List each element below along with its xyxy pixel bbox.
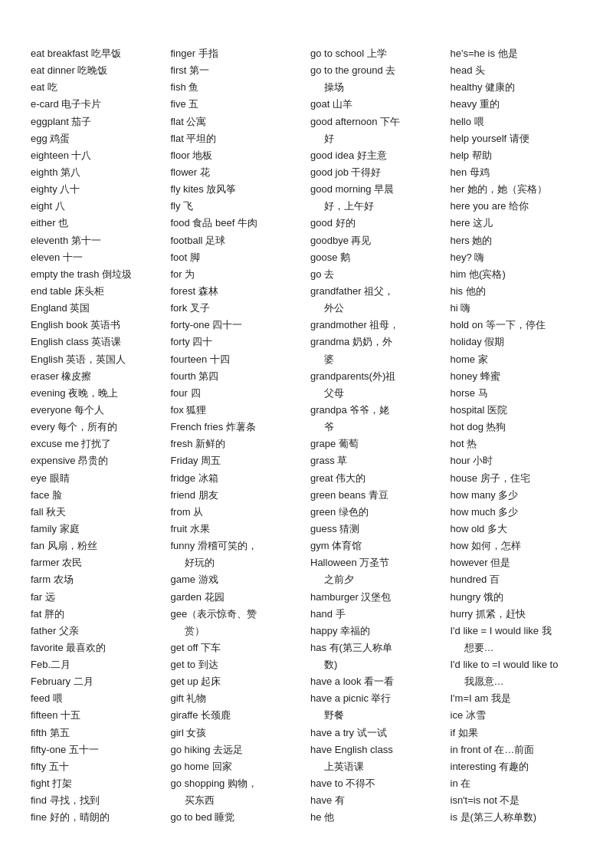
list-item: have English class xyxy=(310,742,443,758)
list-item: fight 打架 xyxy=(31,776,163,791)
list-item: Halloween 万圣节 xyxy=(310,555,443,570)
list-item: have a try 试一试 xyxy=(310,725,443,741)
list-item: finger 手指 xyxy=(171,46,303,61)
list-item: 操场 xyxy=(310,80,443,95)
list-item: 外公 xyxy=(310,301,443,316)
list-item: Friday 周五 xyxy=(171,453,303,469)
list-item: forty 四十 xyxy=(171,334,303,350)
list-item: eleventh 第十一 xyxy=(31,233,163,248)
list-item: grass 草 xyxy=(310,453,443,469)
list-item: hers 她的 xyxy=(451,233,583,248)
list-item: go 去 xyxy=(310,267,443,282)
list-item: French fries 炸薯条 xyxy=(171,419,303,435)
list-item: if 如果 xyxy=(451,725,583,741)
list-item: grandfather 祖父， xyxy=(310,284,443,299)
list-item: friend 朋友 xyxy=(171,488,303,503)
list-item: 好玩的 xyxy=(171,555,303,570)
list-item: fox 狐狸 xyxy=(171,403,303,418)
list-item: I'm=I am 我是 xyxy=(451,691,583,706)
list-item: isn't=is not 不是 xyxy=(451,793,583,808)
list-item: expensive 昂贵的 xyxy=(31,453,163,469)
list-item: flower 花 xyxy=(171,165,303,180)
list-item: head 头 xyxy=(451,63,583,78)
col1: eat breakfast 吃早饭eat dinner 吃晚饭eat 吃e-ca… xyxy=(31,46,163,825)
list-item: great 伟大的 xyxy=(310,471,443,486)
list-item: good job 干得好 xyxy=(310,165,443,180)
list-item: football 足球 xyxy=(171,233,303,248)
list-item: England 英国 xyxy=(31,301,163,316)
list-item: healthy 健康的 xyxy=(451,80,583,95)
list-item: how 如何，怎样 xyxy=(451,538,583,554)
list-item: floor 地板 xyxy=(171,148,303,163)
list-item: grape 葡萄 xyxy=(310,436,443,452)
list-item: eat dinner 吃晚饭 xyxy=(31,63,163,78)
list-item: here you are 给你 xyxy=(451,199,583,214)
list-item: Feb.二月 xyxy=(31,657,163,672)
list-item: go to bed 睡觉 xyxy=(171,810,303,825)
list-item: hand 手 xyxy=(310,607,443,622)
list-item: February 二月 xyxy=(31,674,163,689)
list-item: go to the ground 去 xyxy=(310,63,443,78)
list-item: happy 幸福的 xyxy=(310,623,443,639)
list-item: favorite 最喜欢的 xyxy=(31,640,163,656)
list-item: fifty-one 五十一 xyxy=(31,742,163,758)
list-item: hi 嗨 xyxy=(451,301,583,316)
list-item: e-card 电子卡片 xyxy=(31,97,163,112)
list-item: fresh 新鲜的 xyxy=(171,436,303,452)
list-item: grandparents(外)祖 xyxy=(310,369,443,384)
list-item: go to school 上学 xyxy=(310,46,443,61)
list-item: heavy 重的 xyxy=(451,97,583,112)
list-item: here 这儿 xyxy=(451,215,583,231)
list-item: egg 鸡蛋 xyxy=(31,131,163,146)
list-item: have a picnic 举行 xyxy=(310,691,443,706)
list-item: from 从 xyxy=(171,505,303,520)
list-item: get off 下车 xyxy=(171,640,303,656)
list-item: go hiking 去远足 xyxy=(171,742,303,758)
list-item: eggplant 茄子 xyxy=(31,114,163,130)
list-item: fan 风扇，粉丝 xyxy=(31,538,163,554)
list-item: 野餐 xyxy=(310,708,443,723)
list-item: how many 多少 xyxy=(451,488,583,503)
list-item: 婆 xyxy=(310,352,443,367)
list-item: fat 胖的 xyxy=(31,607,163,622)
list-item: I'd like to =I would like to xyxy=(451,657,583,672)
list-item: eraser 橡皮擦 xyxy=(31,369,163,384)
list-item: eighty 八十 xyxy=(31,182,163,197)
list-item: English 英语，英国人 xyxy=(31,352,163,367)
list-item: how old 多大 xyxy=(451,521,583,537)
list-item: grandpa 爷爷，姥 xyxy=(310,403,443,418)
list-item: him 他(宾格) xyxy=(451,267,583,282)
list-item: how much 多少 xyxy=(451,505,583,520)
list-item: gym 体育馆 xyxy=(310,538,443,554)
list-item: goose 鹅 xyxy=(310,250,443,265)
list-item: game 游戏 xyxy=(171,572,303,587)
list-item: grandma 奶奶，外 xyxy=(310,334,443,350)
list-item: have to 不得不 xyxy=(310,776,443,791)
list-item: father 父亲 xyxy=(31,623,163,639)
list-item: good idea 好主意 xyxy=(310,148,443,163)
list-item: have a look 看一看 xyxy=(310,674,443,689)
list-item: flat 平坦的 xyxy=(171,131,303,146)
list-item: his 他的 xyxy=(451,284,583,299)
list-item: goodbye 再见 xyxy=(310,233,443,248)
list-item: have 有 xyxy=(310,793,443,808)
list-item: 之前夕 xyxy=(310,572,443,587)
list-item: fifteen 十五 xyxy=(31,708,163,723)
list-item: guess 猜测 xyxy=(310,521,443,537)
list-item: get up 起床 xyxy=(171,674,303,689)
list-item: in front of 在…前面 xyxy=(451,742,583,758)
list-item: eleven 十一 xyxy=(31,250,163,265)
list-item: five 五 xyxy=(171,97,303,112)
list-item: hour 小时 xyxy=(451,453,583,469)
list-item: horse 马 xyxy=(451,386,583,401)
list-item: interesting 有趣的 xyxy=(451,759,583,774)
list-item: four 四 xyxy=(171,386,303,401)
list-item: gift 礼物 xyxy=(171,691,303,706)
list-item: eat breakfast 吃早饭 xyxy=(31,46,163,61)
list-item: girl 女孩 xyxy=(171,725,303,741)
list-item: giraffe 长颈鹿 xyxy=(171,708,303,723)
list-item: eighteen 十八 xyxy=(31,148,163,163)
list-item: get to 到达 xyxy=(171,657,303,672)
list-item: eight 八 xyxy=(31,199,163,214)
list-item: fruit 水果 xyxy=(171,521,303,537)
